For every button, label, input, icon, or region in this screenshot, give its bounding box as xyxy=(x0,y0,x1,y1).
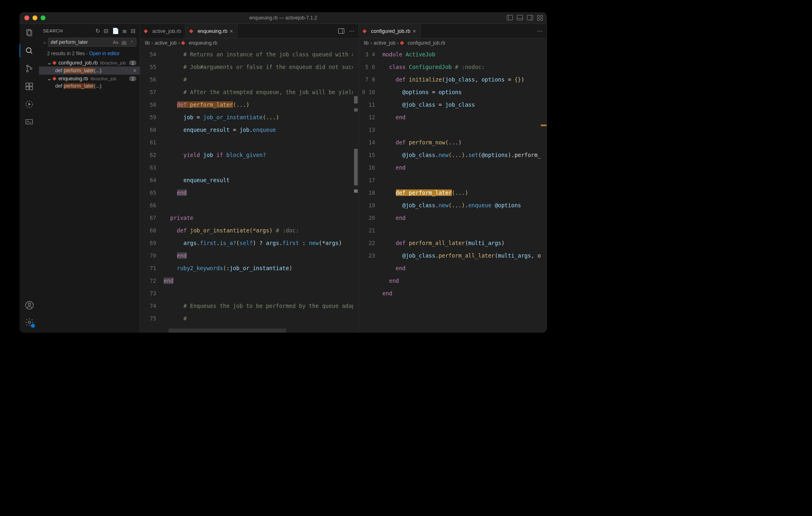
svg-rect-6 xyxy=(26,83,29,86)
ruby-file-icon xyxy=(52,76,56,80)
tabs-row-left: active_job.rb enqueuing.rb × ⋯ xyxy=(140,24,358,39)
vscode-window: enqueuing.rb — activejob-7.1.2 xyxy=(19,12,547,333)
open-in-editor-link[interactable]: Open in editor xyxy=(89,51,119,56)
search-input[interactable] xyxy=(51,39,99,45)
tab-configured-job[interactable]: configured_job.rb × xyxy=(359,24,421,38)
toggle-primary-sidebar-icon[interactable] xyxy=(507,15,513,20)
collapse-all-icon[interactable]: ⊟ xyxy=(131,28,136,34)
activity-bar xyxy=(19,24,39,333)
new-search-editor-icon[interactable]: 📄 xyxy=(112,28,119,34)
search-sidebar: SEARCH ↻ ⊟ 📄 ≣ ⊟ › Aa ab .* xyxy=(39,24,140,333)
source-control-icon[interactable] xyxy=(24,64,34,73)
code-area-left[interactable]: 54 55 56 57 58 59 60 61 62 63 64 65 66 6… xyxy=(140,47,358,333)
ruby-file-icon xyxy=(181,41,185,45)
svg-point-13 xyxy=(28,303,30,305)
search-input-row: › Aa ab .* xyxy=(42,38,136,47)
accounts-icon[interactable] xyxy=(24,300,34,310)
more-actions-icon[interactable]: ⋯ xyxy=(537,28,542,34)
svg-point-4 xyxy=(26,70,28,72)
customize-layout-icon[interactable] xyxy=(537,15,543,21)
window-title: enqueuing.rb — activejob-7.1.2 xyxy=(19,15,547,21)
svg-rect-8 xyxy=(30,87,32,90)
editor-group-left: active_job.rb enqueuing.rb × ⋯ lib› acti… xyxy=(140,24,359,333)
titlebar-layout-controls xyxy=(507,15,543,21)
svg-rect-1 xyxy=(28,31,32,36)
sidebar-header: SEARCH ↻ ⊟ 📄 ≣ ⊟ xyxy=(39,24,140,38)
settings-gear-icon[interactable] xyxy=(24,317,34,327)
editor-area: active_job.rb enqueuing.rb × ⋯ lib› acti… xyxy=(140,24,547,333)
run-debug-icon[interactable] xyxy=(24,99,34,109)
explorer-icon[interactable] xyxy=(24,28,34,38)
result-match-1-0[interactable]: def perform_later(...) xyxy=(39,82,140,90)
tabs-row-right: configured_job.rb × ⋯ xyxy=(359,24,546,39)
result-file-1[interactable]: ⌄ enqueuing.rb lib/active_job 1 xyxy=(39,75,140,82)
ruby-file-icon xyxy=(52,60,56,64)
titlebar: enqueuing.rb — activejob-7.1.2 xyxy=(19,12,547,24)
use-regex-icon[interactable]: .* xyxy=(129,39,134,45)
toggle-secondary-sidebar-icon[interactable] xyxy=(527,15,533,20)
close-tab-icon[interactable]: × xyxy=(413,28,416,34)
svg-rect-9 xyxy=(30,83,32,86)
more-actions-icon[interactable]: ⋯ xyxy=(349,28,354,34)
toggle-panel-icon[interactable] xyxy=(517,15,523,20)
svg-point-5 xyxy=(30,68,32,69)
match-count-badge: 1 xyxy=(129,76,136,81)
remote-icon[interactable] xyxy=(24,117,34,127)
code-content[interactable]: module ActiveJob class ConfiguredJob # :… xyxy=(382,47,541,333)
code-content[interactable]: # Returns an instance of the job class q… xyxy=(164,47,353,333)
line-gutter: 54 55 56 57 58 59 60 61 62 63 64 65 66 6… xyxy=(140,47,164,333)
minimap[interactable] xyxy=(353,47,358,333)
result-file-0[interactable]: ⌄ configured_job.rb lib/active_job 1 xyxy=(39,59,140,67)
ruby-file-icon xyxy=(144,29,148,33)
svg-rect-0 xyxy=(27,30,31,35)
minimap[interactable] xyxy=(541,47,546,333)
code-area-right[interactable]: 3 4 5 6 7 8 9 10 11 12 13 14 15 16 17 18… xyxy=(359,47,546,333)
sidebar-title: SEARCH xyxy=(43,28,63,33)
match-count-badge: 1 xyxy=(129,60,136,65)
dismiss-match-icon[interactable]: × xyxy=(133,67,136,74)
ruby-file-icon xyxy=(400,41,404,45)
split-editor-icon[interactable] xyxy=(338,28,344,34)
settings-badge xyxy=(31,324,35,328)
extensions-icon[interactable] xyxy=(24,82,34,91)
svg-rect-7 xyxy=(26,87,29,90)
svg-point-14 xyxy=(28,321,30,323)
ruby-file-icon xyxy=(189,29,193,33)
results-summary: 2 results in 2 files - Open in editor xyxy=(39,49,140,59)
breadcrumbs-right[interactable]: lib› active_job› configured_job.rb xyxy=(359,39,546,47)
search-icon[interactable] xyxy=(24,46,34,56)
svg-point-2 xyxy=(26,48,31,53)
view-as-tree-icon[interactable]: ≣ xyxy=(122,28,127,34)
tab-enqueuing[interactable]: enqueuing.rb × xyxy=(186,24,238,38)
search-box[interactable]: Aa ab .* xyxy=(48,38,136,47)
match-whole-word-icon[interactable]: ab xyxy=(121,39,127,45)
toggle-search-details-icon[interactable]: › xyxy=(42,39,47,45)
horizontal-scrollbar[interactable] xyxy=(168,329,286,333)
refresh-icon[interactable]: ↻ xyxy=(95,28,101,34)
line-gutter: 3 4 5 6 7 8 9 10 11 12 13 14 15 16 17 18… xyxy=(359,47,382,333)
breadcrumbs-left[interactable]: lib› active_job› enqueuing.rb xyxy=(140,39,358,47)
svg-rect-11 xyxy=(26,120,33,124)
svg-point-3 xyxy=(26,65,28,67)
tab-active-job[interactable]: active_job.rb xyxy=(140,24,186,38)
editor-group-right: configured_job.rb × ⋯ lib› active_job› c… xyxy=(359,24,547,333)
ruby-file-icon xyxy=(363,29,367,33)
result-match-0-0[interactable]: def perform_later(...) × xyxy=(39,67,140,75)
match-case-icon[interactable]: Aa xyxy=(112,39,119,45)
close-tab-icon[interactable]: × xyxy=(230,28,233,34)
clear-search-icon[interactable]: ⊟ xyxy=(104,28,109,34)
sidebar-header-actions: ↻ ⊟ 📄 ≣ ⊟ xyxy=(95,28,136,34)
